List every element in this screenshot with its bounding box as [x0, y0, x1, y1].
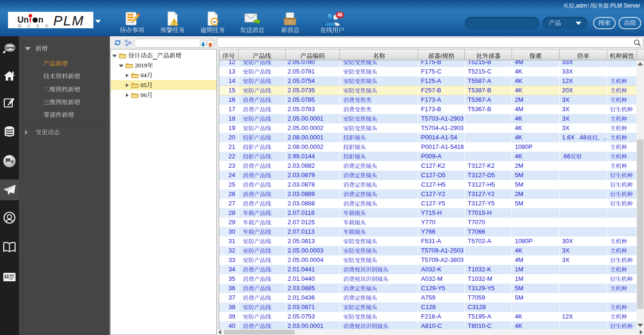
svg-text:n: n [38, 15, 43, 25]
svg-text:46: 46 [337, 12, 343, 17]
svg-text:Un: Un [17, 15, 29, 25]
svg-text:SIPM: SIPM [5, 46, 15, 50]
